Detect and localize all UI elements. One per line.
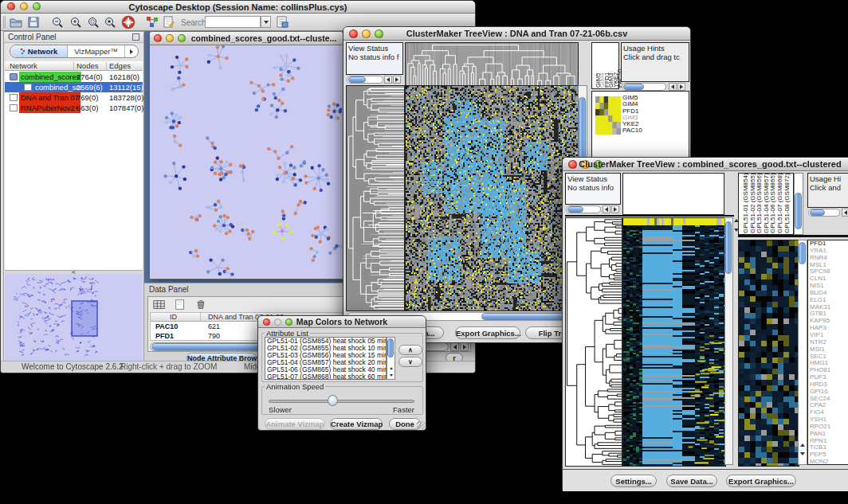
tv2-vs-scrollbar[interactable] [565, 205, 621, 215]
animation-speed-group: Animation Speed Slower Faster [261, 386, 423, 415]
tv2-column-dendrogram-area [622, 173, 724, 215]
network-row-edges: 183728(0) [109, 92, 143, 103]
main-window-title: Cytoscape Desktop (Session Name: collins… [1, 2, 475, 12]
minimize-icon[interactable] [166, 34, 174, 42]
network-row-name: combined_scores [19, 72, 81, 82]
data-row-value: 790 [208, 332, 220, 340]
map-colors-dialog: Map Colors to Network Attribute List GPL… [257, 315, 426, 431]
attribute-list-scrollbar[interactable] [387, 337, 395, 380]
tv2-zoom-vscrollbar[interactable] [798, 240, 807, 465]
tv1-button-export-graphics-[interactable]: Export Graphics... [455, 326, 520, 339]
tv2-row-dendrogram[interactable] [565, 217, 622, 467]
help-lifering-icon[interactable] [121, 15, 135, 33]
move-up-button[interactable]: ∧ [398, 345, 422, 355]
save-icon[interactable] [26, 15, 41, 33]
data-panel-title: Data Panel [149, 285, 188, 294]
close-icon[interactable] [154, 34, 162, 42]
scroll-left-button[interactable] [450, 342, 459, 351]
network-row[interactable]: combined_scores2764(0)16218(0) [5, 72, 143, 82]
import-table-icon[interactable] [275, 15, 289, 33]
network-row[interactable]: DNA and Tran 07769(0)183728(0) [5, 92, 143, 103]
tv2-column-label: GPL51-03 (GSM856) [756, 173, 763, 233]
attribute-list[interactable]: GPL51-01 (GSM854) heat shock 05 minGPL51… [265, 337, 387, 380]
tv2-heatmap[interactable] [622, 217, 726, 467]
tv2-column-labels-scrollbar[interactable] [794, 173, 803, 235]
treeview-window-2: ClusterMaker TreeView : combined_scores_… [562, 157, 848, 491]
control-panel-header: Control Panel [4, 32, 143, 43]
animate-vizmap-button[interactable]: Animate Vizmap [265, 418, 325, 430]
status-hint: Right-click + drag to ZOOM [120, 362, 217, 372]
treeview1-title: ClusterMaker TreeView : DNA and Tran 07-… [344, 29, 690, 38]
tv2-button-settings-[interactable]: Settings... [610, 475, 657, 487]
network-row[interactable]: combined_sco2569(6)13112(15) [5, 82, 143, 92]
folder-icon [10, 73, 18, 80]
main-title-bar[interactable]: Cytoscape Desktop (Session Name: collins… [1, 1, 475, 14]
tv1-heatmap[interactable] [405, 85, 579, 311]
network-row-edges: 107847(0) [109, 103, 143, 113]
animation-speed-label: Animation Speed [265, 382, 325, 391]
search-input[interactable] [205, 16, 261, 28]
tv1-row-labels: GIM5GIM4PFD1GIM3YKE2PAC10 [622, 95, 642, 135]
float-panel-icon[interactable] [132, 33, 139, 41]
network-window-1[interactable]: combined_scores_good.txt--cluste... [149, 31, 344, 279]
tv2-column-label: GPL51-01 (GSM854) [742, 173, 749, 233]
network-row-name: RNAPuberNov2+ [19, 103, 80, 113]
attribute-list-item[interactable]: GPL51-07 (GSM868) heat shock 60 min [265, 373, 386, 380]
dialog-title: Map Colors to Network [258, 317, 426, 326]
status-welcome: Welcome to Cytoscape 2.6.2 [22, 362, 124, 372]
speed-slider[interactable] [269, 400, 414, 403]
scroll-right-button[interactable] [460, 342, 469, 351]
tab-network[interactable]: Network [10, 45, 68, 57]
tv1-row-label: PAC10 [622, 127, 642, 134]
network-table-header[interactable]: Network Nodes Edges [5, 61, 143, 71]
tab-overflow-button[interactable] [125, 45, 138, 57]
tv1-view-status: View Status No status info f [346, 42, 403, 75]
tv2-heatmap-vscrollbar[interactable] [724, 217, 733, 465]
control-panel-title: Control Panel [8, 33, 57, 41]
tv2-row-label: MON2 [808, 459, 848, 465]
tv1-column-dendrogram[interactable] [405, 42, 579, 86]
screen: Cytoscape Desktop (Session Name: collins… [0, 0, 848, 504]
zoom-fit-icon[interactable] [103, 15, 117, 33]
tv2-button-export-graphics-[interactable]: Export Graphics... [726, 475, 796, 487]
move-down-button[interactable]: ∨ [398, 357, 422, 367]
speed-slider-thumb[interactable] [328, 395, 338, 406]
tv2-button-save-data-[interactable]: Save Data... [666, 475, 717, 487]
zoom-selected-icon[interactable] [86, 15, 100, 33]
zoom-window-icon[interactable] [178, 34, 186, 42]
file-icon [10, 94, 18, 101]
tv1-mini-heatmap[interactable] [595, 96, 621, 135]
toolbar-drag-handle[interactable] [3, 16, 6, 29]
data-row-id: PFD1 [155, 332, 174, 340]
tv2-column-label: GPL51-08 (GSM872) [783, 173, 791, 233]
tv2-usage-scrollbar[interactable] [807, 208, 848, 218]
vizmapper-icon[interactable] [145, 15, 159, 33]
control-panel: Control Panel Network VizMapper™ Network… [3, 31, 144, 362]
slower-label: Slower [269, 405, 292, 414]
zoom-out-icon[interactable] [50, 15, 65, 33]
annotation-icon[interactable] [161, 15, 175, 33]
network-row-edges: 16218(0) [109, 72, 139, 82]
create-vizmap-button[interactable]: Create Vizmap [330, 418, 383, 430]
tv2-button-bar: Settings...Save Data...Export Graphics..… [563, 469, 848, 491]
tv1-row-dendrogram[interactable] [346, 85, 405, 311]
network-overview-canvas[interactable] [5, 274, 143, 361]
network-row[interactable]: RNAPuberNov2+563(0)107847(0) [5, 103, 143, 113]
network-window-title: combined_scores_good.txt--cluste... [188, 33, 340, 43]
tab-vizmapper[interactable]: VizMapper™ [68, 45, 125, 57]
done-button[interactable]: Done [389, 418, 421, 430]
network-row-nodes: 563(0) [77, 103, 98, 113]
open-file-icon[interactable] [9, 15, 23, 33]
tv1-vs-scrollbar[interactable] [346, 75, 403, 85]
network-row-name: combined_sco [33, 82, 81, 92]
search-dropdown-button[interactable] [261, 16, 271, 28]
treeview2-title: ClusterMaker TreeView : combined_scores_… [563, 159, 848, 169]
network-row-name: DNA and Tran 07 [19, 92, 80, 103]
tv2-view-status: View Status No status info [565, 173, 621, 205]
tv2-zoom-heatmap[interactable] [738, 240, 799, 467]
network-tab-icon [20, 48, 26, 55]
zoom-in-icon[interactable] [69, 15, 83, 33]
tv1-column-labels: GIM5GIM4PFD1GIM3YKE2PAC10 [591, 42, 619, 89]
tv2-column-labels: GPL51-01 (GSM854)GPL51-02 (GSM855)GPL51-… [738, 173, 794, 235]
network-view-canvas[interactable] [151, 45, 342, 279]
